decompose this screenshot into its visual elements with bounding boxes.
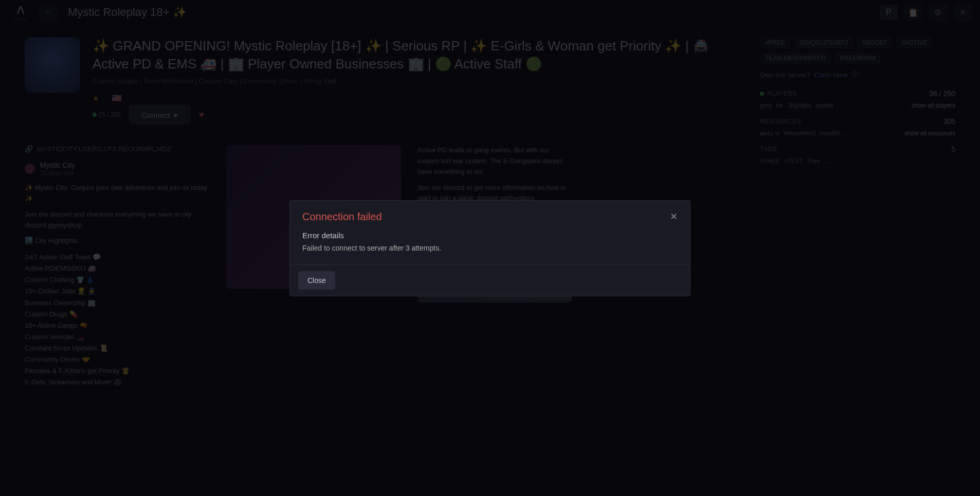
modal-body: Error details Failed to connect to serve… [290, 227, 690, 265]
modal-header: Connection failed ✕ [290, 201, 690, 227]
modal-overlay: Connection failed ✕ Error details Failed… [0, 0, 980, 496]
modal-error-text: Failed to connect to server after 3 atte… [302, 244, 678, 252]
modal-title: Connection failed [302, 211, 382, 223]
connection-failed-modal: Connection failed ✕ Error details Failed… [289, 200, 691, 296]
modal-footer: Close [290, 265, 690, 296]
modal-subtitle: Error details [302, 231, 678, 240]
modal-close-action[interactable]: Close [298, 271, 335, 290]
modal-close-button[interactable]: ✕ [670, 211, 678, 222]
